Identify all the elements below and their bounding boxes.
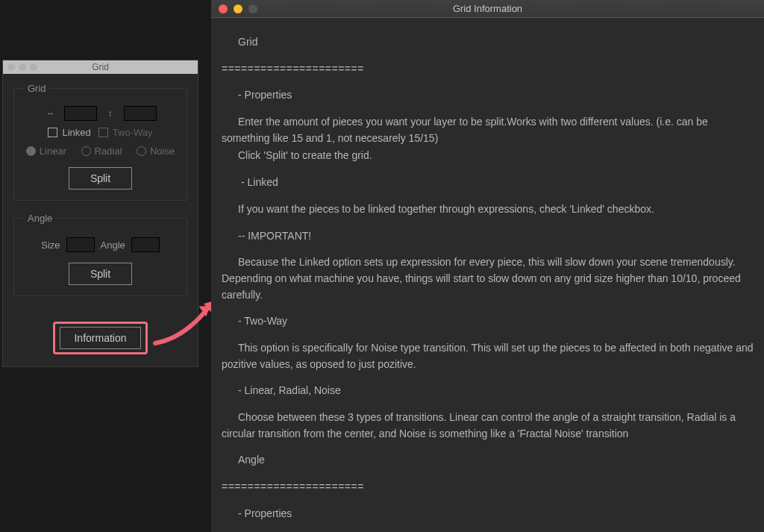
checkbox-box-icon — [48, 128, 57, 137]
information-highlight: Information — [53, 322, 147, 354]
angle-label: Angle — [101, 240, 125, 251]
info-text: - Properties — [222, 87, 754, 104]
info-text: Click 'Split' to create the grid. — [222, 148, 754, 164]
info-text: ====================== — [222, 479, 754, 495]
info-text: Enter the amount of pieces you want your… — [222, 114, 754, 146]
checkbox-box-icon — [98, 128, 108, 137]
info-text: - Properties — [222, 506, 754, 522]
minimize-icon[interactable] — [234, 4, 242, 13]
horizontal-arrows-icon: ↔ — [45, 108, 57, 119]
info-window-title: Grid Information — [453, 3, 522, 14]
maximize-icon[interactable] — [248, 4, 257, 13]
split-button[interactable]: Split — [69, 167, 132, 190]
close-icon[interactable] — [7, 63, 15, 71]
linear-radio-label: Linear — [40, 145, 66, 157]
window-controls[interactable] — [7, 63, 37, 71]
size-input[interactable] — [66, 237, 95, 252]
grid-panel-title: Grid — [92, 62, 109, 72]
info-text: Choose between these 3 types of transiti… — [222, 410, 754, 442]
close-icon[interactable] — [219, 4, 228, 13]
angle-input[interactable] — [131, 237, 160, 252]
info-text: Because the Linked option sets up expres… — [222, 254, 754, 303]
info-text: Grid — [222, 34, 754, 51]
grid-panel-body: Grid ↔ ↕ Linked Two-Way — [3, 74, 198, 366]
height-input[interactable] — [124, 106, 157, 121]
info-text: If you want the pieces to be linked toge… — [222, 201, 754, 218]
linear-radio[interactable]: Linear — [26, 145, 66, 157]
checkbox-row: Linked Two-Way — [22, 127, 179, 138]
grid-panel-titlebar[interactable]: Grid — [3, 60, 198, 74]
vertical-arrows-icon: ↕ — [104, 108, 116, 119]
split-button-row: Split — [22, 167, 179, 190]
maximize-icon[interactable] — [30, 63, 37, 71]
info-text: This option is specifically for Noise ty… — [222, 340, 754, 372]
info-text: ====================== — [222, 61, 754, 78]
size-angle-row: Size Angle — [22, 237, 179, 252]
info-text: Angle — [222, 452, 754, 469]
linked-checkbox[interactable]: Linked — [48, 127, 90, 138]
info-window: Grid Information Grid ==================… — [211, 0, 764, 532]
info-text: - Linear, Radial, Noise — [222, 383, 754, 399]
angle-split-button[interactable]: Split — [69, 263, 132, 285]
info-text: -- IMPORTANT! — [222, 228, 754, 245]
noise-radio-label: Noise — [150, 145, 175, 157]
angle-group-legend: Angle — [25, 213, 55, 224]
radial-radio-label: Radial — [95, 145, 122, 157]
twoway-checkbox-label: Two-Way — [113, 127, 153, 138]
noise-radio[interactable]: Noise — [137, 145, 175, 157]
size-label: Size — [41, 240, 60, 251]
radio-dot-icon — [137, 146, 146, 156]
twoway-checkbox[interactable]: Two-Way — [98, 127, 153, 138]
angle-split-button-row: Split — [22, 263, 179, 285]
information-row: Information — [13, 308, 187, 354]
minimize-icon[interactable] — [19, 63, 26, 71]
window-controls[interactable] — [219, 4, 257, 13]
information-button[interactable]: Information — [60, 327, 140, 349]
angle-group: Angle Size Angle Split — [13, 213, 187, 296]
info-text: - Linked — [222, 175, 754, 191]
width-input[interactable] — [64, 106, 97, 121]
radio-dot-icon — [81, 146, 91, 156]
grid-group: Grid ↔ ↕ Linked Two-Way — [13, 83, 187, 201]
linked-checkbox-label: Linked — [62, 127, 90, 138]
info-content: Grid ====================== - Properties… — [211, 18, 764, 532]
dimensions-row: ↔ ↕ — [22, 106, 179, 121]
radial-radio[interactable]: Radial — [81, 145, 122, 157]
grid-panel: Grid Grid ↔ ↕ Linked Two-Way — [2, 60, 198, 367]
radio-dot-icon — [26, 146, 36, 156]
transition-type-row: Linear Radial Noise — [22, 145, 179, 157]
grid-group-legend: Grid — [25, 83, 49, 94]
info-window-titlebar[interactable]: Grid Information — [211, 0, 764, 18]
info-text: - Two-Way — [222, 313, 754, 330]
